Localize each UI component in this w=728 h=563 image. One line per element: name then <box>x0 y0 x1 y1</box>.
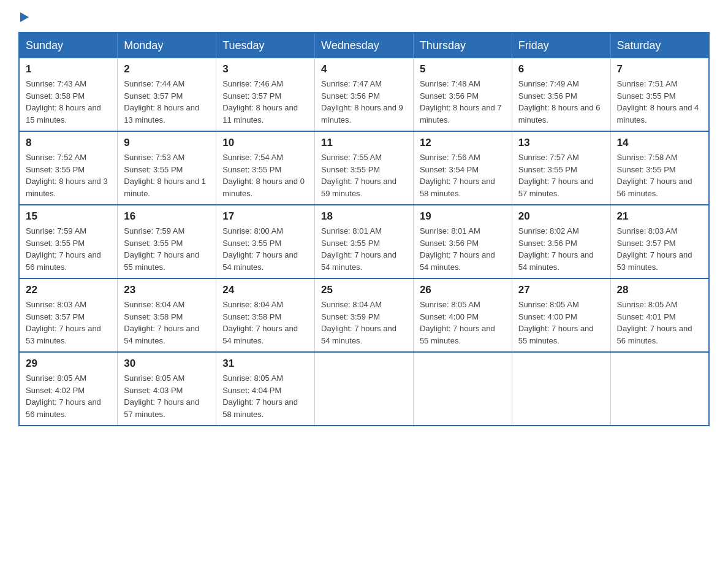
day-number: 6 <box>518 63 604 75</box>
calendar-cell: 3 Sunrise: 7:46 AMSunset: 3:57 PMDayligh… <box>216 58 315 131</box>
calendar-cell: 16 Sunrise: 7:59 AMSunset: 3:55 PMDaylig… <box>118 205 216 278</box>
calendar-cell: 4 Sunrise: 7:47 AMSunset: 3:56 PMDayligh… <box>315 58 414 131</box>
day-number: 27 <box>518 284 604 296</box>
day-number: 18 <box>321 210 407 223</box>
day-info: Sunrise: 7:57 AMSunset: 3:55 PMDaylight:… <box>518 153 594 198</box>
day-number: 21 <box>617 210 702 223</box>
calendar-cell: 22 Sunrise: 8:03 AMSunset: 3:57 PMDaylig… <box>19 278 118 352</box>
calendar-cell: 25 Sunrise: 8:04 AMSunset: 3:59 PMDaylig… <box>315 278 414 352</box>
calendar-cell: 1 Sunrise: 7:43 AMSunset: 3:58 PMDayligh… <box>19 58 118 131</box>
day-info: Sunrise: 8:01 AMSunset: 3:56 PMDaylight:… <box>420 226 495 272</box>
day-number: 22 <box>26 284 111 296</box>
calendar-cell: 19 Sunrise: 8:01 AMSunset: 3:56 PMDaylig… <box>413 205 512 278</box>
calendar-cell: 17 Sunrise: 8:00 AMSunset: 3:55 PMDaylig… <box>216 205 315 278</box>
calendar-header-row: SundayMondayTuesdayWednesdayThursdayFrid… <box>19 33 709 58</box>
day-number: 28 <box>617 284 702 296</box>
calendar-table: SundayMondayTuesdayWednesdayThursdayFrid… <box>18 32 710 426</box>
day-info: Sunrise: 8:04 AMSunset: 3:58 PMDaylight:… <box>222 300 298 345</box>
calendar-cell <box>413 352 512 426</box>
day-number: 4 <box>321 63 407 75</box>
calendar-cell: 5 Sunrise: 7:48 AMSunset: 3:56 PMDayligh… <box>413 58 512 131</box>
calendar-cell: 12 Sunrise: 7:56 AMSunset: 3:54 PMDaylig… <box>413 131 512 205</box>
calendar-week-row: 1 Sunrise: 7:43 AMSunset: 3:58 PMDayligh… <box>19 58 709 131</box>
calendar-cell: 21 Sunrise: 8:03 AMSunset: 3:57 PMDaylig… <box>610 205 709 278</box>
calendar-cell: 11 Sunrise: 7:55 AMSunset: 3:55 PMDaylig… <box>315 131 414 205</box>
calendar-cell: 8 Sunrise: 7:52 AMSunset: 3:55 PMDayligh… <box>19 131 118 205</box>
page-header <box>18 12 710 20</box>
day-number: 15 <box>26 210 111 223</box>
day-info: Sunrise: 7:58 AMSunset: 3:55 PMDaylight:… <box>617 153 692 198</box>
day-info: Sunrise: 8:05 AMSunset: 4:03 PMDaylight:… <box>124 373 199 419</box>
day-info: Sunrise: 8:02 AMSunset: 3:56 PMDaylight:… <box>518 226 594 272</box>
day-number: 17 <box>222 210 308 223</box>
weekday-header-thursday: Thursday <box>413 33 512 58</box>
day-info: Sunrise: 7:59 AMSunset: 3:55 PMDaylight:… <box>124 226 199 272</box>
day-info: Sunrise: 7:49 AMSunset: 3:56 PMDaylight:… <box>518 79 601 124</box>
day-number: 23 <box>124 284 210 296</box>
calendar-cell: 6 Sunrise: 7:49 AMSunset: 3:56 PMDayligh… <box>512 58 610 131</box>
day-number: 5 <box>420 63 506 75</box>
day-info: Sunrise: 8:04 AMSunset: 3:58 PMDaylight:… <box>124 300 199 345</box>
day-info: Sunrise: 7:48 AMSunset: 3:56 PMDaylight:… <box>420 79 502 124</box>
day-info: Sunrise: 8:05 AMSunset: 4:02 PMDaylight:… <box>26 373 101 419</box>
day-number: 13 <box>518 137 604 149</box>
day-number: 14 <box>617 137 702 149</box>
day-number: 2 <box>124 63 210 75</box>
logo <box>18 12 29 20</box>
day-number: 25 <box>321 284 407 296</box>
day-info: Sunrise: 7:55 AMSunset: 3:55 PMDaylight:… <box>321 153 396 198</box>
calendar-week-row: 22 Sunrise: 8:03 AMSunset: 3:57 PMDaylig… <box>19 278 709 352</box>
day-info: Sunrise: 7:46 AMSunset: 3:57 PMDaylight:… <box>222 79 298 124</box>
calendar-cell: 15 Sunrise: 7:59 AMSunset: 3:55 PMDaylig… <box>19 205 118 278</box>
calendar-week-row: 8 Sunrise: 7:52 AMSunset: 3:55 PMDayligh… <box>19 131 709 205</box>
day-number: 31 <box>222 358 308 370</box>
calendar-cell: 27 Sunrise: 8:05 AMSunset: 4:00 PMDaylig… <box>512 278 610 352</box>
day-number: 9 <box>124 137 210 149</box>
day-info: Sunrise: 7:56 AMSunset: 3:54 PMDaylight:… <box>420 153 495 198</box>
weekday-header-monday: Monday <box>118 33 216 58</box>
day-info: Sunrise: 7:53 AMSunset: 3:55 PMDaylight:… <box>124 153 206 198</box>
day-info: Sunrise: 7:47 AMSunset: 3:56 PMDaylight:… <box>321 79 403 124</box>
day-number: 19 <box>420 210 506 223</box>
calendar-cell: 31 Sunrise: 8:05 AMSunset: 4:04 PMDaylig… <box>216 352 315 426</box>
day-info: Sunrise: 7:44 AMSunset: 3:57 PMDaylight:… <box>124 79 199 124</box>
calendar-cell: 13 Sunrise: 7:57 AMSunset: 3:55 PMDaylig… <box>512 131 610 205</box>
day-info: Sunrise: 7:52 AMSunset: 3:55 PMDaylight:… <box>26 153 108 198</box>
day-info: Sunrise: 8:05 AMSunset: 4:04 PMDaylight:… <box>222 373 298 419</box>
weekday-header-wednesday: Wednesday <box>315 33 414 58</box>
day-info: Sunrise: 8:03 AMSunset: 3:57 PMDaylight:… <box>26 300 101 345</box>
calendar-cell: 2 Sunrise: 7:44 AMSunset: 3:57 PMDayligh… <box>118 58 216 131</box>
logo-triangle-icon <box>20 12 29 22</box>
day-number: 1 <box>26 63 111 75</box>
day-info: Sunrise: 8:03 AMSunset: 3:57 PMDaylight:… <box>617 226 692 272</box>
calendar-cell <box>610 352 709 426</box>
day-number: 30 <box>124 358 210 370</box>
calendar-cell <box>315 352 414 426</box>
calendar-cell: 9 Sunrise: 7:53 AMSunset: 3:55 PMDayligh… <box>118 131 216 205</box>
weekday-header-sunday: Sunday <box>19 33 118 58</box>
day-info: Sunrise: 8:05 AMSunset: 4:00 PMDaylight:… <box>420 300 495 345</box>
day-number: 24 <box>222 284 308 296</box>
day-number: 16 <box>124 210 210 223</box>
calendar-cell: 30 Sunrise: 8:05 AMSunset: 4:03 PMDaylig… <box>118 352 216 426</box>
day-number: 8 <box>26 137 111 149</box>
day-info: Sunrise: 7:43 AMSunset: 3:58 PMDaylight:… <box>26 79 101 124</box>
day-info: Sunrise: 7:51 AMSunset: 3:55 PMDaylight:… <box>617 79 699 124</box>
day-info: Sunrise: 8:05 AMSunset: 4:00 PMDaylight:… <box>518 300 594 345</box>
day-number: 7 <box>617 63 702 75</box>
day-number: 26 <box>420 284 506 296</box>
calendar-cell: 14 Sunrise: 7:58 AMSunset: 3:55 PMDaylig… <box>610 131 709 205</box>
calendar-cell: 28 Sunrise: 8:05 AMSunset: 4:01 PMDaylig… <box>610 278 709 352</box>
calendar-cell: 26 Sunrise: 8:05 AMSunset: 4:00 PMDaylig… <box>413 278 512 352</box>
calendar-cell <box>512 352 610 426</box>
calendar-cell: 20 Sunrise: 8:02 AMSunset: 3:56 PMDaylig… <box>512 205 610 278</box>
calendar-week-row: 15 Sunrise: 7:59 AMSunset: 3:55 PMDaylig… <box>19 205 709 278</box>
calendar-week-row: 29 Sunrise: 8:05 AMSunset: 4:02 PMDaylig… <box>19 352 709 426</box>
calendar-cell: 10 Sunrise: 7:54 AMSunset: 3:55 PMDaylig… <box>216 131 315 205</box>
day-info: Sunrise: 8:01 AMSunset: 3:55 PMDaylight:… <box>321 226 396 272</box>
day-info: Sunrise: 8:00 AMSunset: 3:55 PMDaylight:… <box>222 226 298 272</box>
day-info: Sunrise: 7:59 AMSunset: 3:55 PMDaylight:… <box>26 226 101 272</box>
weekday-header-friday: Friday <box>512 33 610 58</box>
day-info: Sunrise: 7:54 AMSunset: 3:55 PMDaylight:… <box>222 153 305 198</box>
day-number: 10 <box>222 137 308 149</box>
